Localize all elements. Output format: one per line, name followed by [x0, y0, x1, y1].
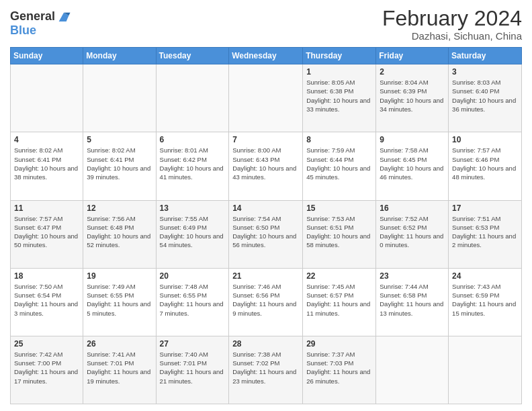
week-row-2: 11Sunrise: 7:57 AM Sunset: 6:47 PM Dayli… [11, 200, 522, 268]
week-row-0: 1Sunrise: 8:05 AM Sunset: 6:38 PM Daylig… [11, 64, 522, 132]
day-info: Sunrise: 8:00 AM Sunset: 6:43 PM Dayligh… [232, 146, 299, 181]
calendar-cell [11, 64, 83, 132]
calendar-cell: 18Sunrise: 7:50 AM Sunset: 6:54 PM Dayli… [11, 268, 83, 336]
title-block: February 2024 Dazhasi, Sichuan, China [382, 7, 522, 42]
calendar-table: SundayMondayTuesdayWednesdayThursdayFrid… [10, 47, 522, 404]
weekday-header-sunday: Sunday [11, 48, 83, 64]
day-info: Sunrise: 7:45 AM Sunset: 6:57 PM Dayligh… [306, 282, 372, 318]
day-number: 13 [160, 203, 226, 213]
day-info: Sunrise: 7:50 AM Sunset: 6:54 PM Dayligh… [14, 282, 79, 318]
day-info: Sunrise: 7:46 AM Sunset: 6:56 PM Dayligh… [232, 282, 299, 318]
weekday-header-saturday: Saturday [449, 48, 522, 64]
day-info: Sunrise: 7:56 AM Sunset: 6:48 PM Dayligh… [87, 214, 152, 250]
day-info: Sunrise: 7:54 AM Sunset: 6:50 PM Dayligh… [232, 214, 299, 250]
week-row-1: 4Sunrise: 8:02 AM Sunset: 6:41 PM Daylig… [11, 132, 522, 200]
day-number: 23 [380, 271, 445, 281]
day-info: Sunrise: 7:52 AM Sunset: 6:52 PM Dayligh… [380, 214, 445, 250]
day-info: Sunrise: 7:57 AM Sunset: 6:46 PM Dayligh… [452, 146, 518, 181]
calendar-body: 1Sunrise: 8:05 AM Sunset: 6:38 PM Daylig… [11, 64, 522, 404]
week-row-3: 18Sunrise: 7:50 AM Sunset: 6:54 PM Dayli… [11, 268, 522, 336]
logo-blue-text: Blue [10, 24, 71, 38]
day-info: Sunrise: 8:04 AM Sunset: 6:39 PM Dayligh… [380, 78, 445, 113]
calendar-cell: 17Sunrise: 7:51 AM Sunset: 6:53 PM Dayli… [449, 200, 522, 268]
day-number: 6 [160, 135, 226, 144]
day-info: Sunrise: 7:42 AM Sunset: 7:00 PM Dayligh… [14, 350, 79, 385]
calendar-cell: 2Sunrise: 8:04 AM Sunset: 6:39 PM Daylig… [376, 64, 449, 132]
calendar-cell: 28Sunrise: 7:38 AM Sunset: 7:02 PM Dayli… [229, 336, 303, 404]
day-number: 19 [87, 271, 152, 281]
day-info: Sunrise: 7:51 AM Sunset: 6:53 PM Dayligh… [452, 214, 518, 250]
header: General Blue February 2024 Dazhasi, Sich… [10, 7, 522, 42]
calendar-cell: 23Sunrise: 7:44 AM Sunset: 6:58 PM Dayli… [376, 268, 449, 336]
weekday-header-wednesday: Wednesday [229, 48, 303, 64]
calendar-cell: 3Sunrise: 8:03 AM Sunset: 6:40 PM Daylig… [449, 64, 522, 132]
day-info: Sunrise: 8:02 AM Sunset: 6:41 PM Dayligh… [14, 146, 79, 181]
main-title: February 2024 [382, 7, 522, 30]
logo-icon [56, 9, 71, 24]
day-info: Sunrise: 7:41 AM Sunset: 7:01 PM Dayligh… [87, 350, 152, 385]
day-number: 10 [452, 135, 518, 144]
calendar-cell: 6Sunrise: 8:01 AM Sunset: 6:42 PM Daylig… [156, 132, 229, 200]
day-number: 22 [306, 271, 372, 281]
calendar-cell [229, 64, 303, 132]
day-info: Sunrise: 7:57 AM Sunset: 6:47 PM Dayligh… [14, 214, 79, 250]
day-info: Sunrise: 7:49 AM Sunset: 6:55 PM Dayligh… [87, 282, 152, 318]
calendar-cell: 13Sunrise: 7:55 AM Sunset: 6:49 PM Dayli… [156, 200, 229, 268]
day-info: Sunrise: 8:01 AM Sunset: 6:42 PM Dayligh… [160, 146, 226, 181]
calendar-cell: 8Sunrise: 7:59 AM Sunset: 6:44 PM Daylig… [303, 132, 376, 200]
day-number: 9 [380, 135, 445, 144]
day-number: 18 [14, 271, 79, 281]
calendar-cell: 27Sunrise: 7:40 AM Sunset: 7:01 PM Dayli… [156, 336, 229, 404]
day-info: Sunrise: 7:53 AM Sunset: 6:51 PM Dayligh… [306, 214, 372, 250]
weekday-header-friday: Friday [376, 48, 449, 64]
day-number: 28 [232, 339, 299, 349]
day-info: Sunrise: 7:43 AM Sunset: 6:59 PM Dayligh… [452, 282, 518, 318]
calendar-cell: 29Sunrise: 7:37 AM Sunset: 7:03 PM Dayli… [303, 336, 376, 404]
calendar-cell [376, 336, 449, 404]
day-info: Sunrise: 8:02 AM Sunset: 6:41 PM Dayligh… [87, 146, 152, 181]
day-number: 8 [306, 135, 372, 144]
day-info: Sunrise: 7:40 AM Sunset: 7:01 PM Dayligh… [160, 350, 226, 385]
day-info: Sunrise: 7:58 AM Sunset: 6:45 PM Dayligh… [380, 146, 445, 181]
day-number: 26 [87, 339, 152, 349]
day-info: Sunrise: 7:55 AM Sunset: 6:49 PM Dayligh… [160, 214, 226, 250]
page: General Blue February 2024 Dazhasi, Sich… [0, 0, 532, 411]
day-number: 21 [232, 271, 299, 281]
day-number: 27 [160, 339, 226, 349]
calendar-header-row: SundayMondayTuesdayWednesdayThursdayFrid… [11, 48, 522, 64]
calendar-cell: 4Sunrise: 8:02 AM Sunset: 6:41 PM Daylig… [11, 132, 83, 200]
day-number: 15 [306, 203, 372, 213]
weekday-header-tuesday: Tuesday [156, 48, 229, 64]
calendar-cell: 9Sunrise: 7:58 AM Sunset: 6:45 PM Daylig… [376, 132, 449, 200]
day-number: 25 [14, 339, 79, 349]
calendar-cell: 24Sunrise: 7:43 AM Sunset: 6:59 PM Dayli… [449, 268, 522, 336]
calendar-cell: 22Sunrise: 7:45 AM Sunset: 6:57 PM Dayli… [303, 268, 376, 336]
day-info: Sunrise: 7:38 AM Sunset: 7:02 PM Dayligh… [232, 350, 299, 385]
day-number: 4 [14, 135, 79, 144]
calendar-cell: 26Sunrise: 7:41 AM Sunset: 7:01 PM Dayli… [83, 336, 156, 404]
day-number: 7 [232, 135, 299, 144]
day-number: 20 [160, 271, 226, 281]
calendar-cell: 25Sunrise: 7:42 AM Sunset: 7:00 PM Dayli… [11, 336, 83, 404]
day-number: 14 [232, 203, 299, 213]
day-number: 11 [14, 203, 79, 213]
day-number: 3 [452, 67, 518, 77]
calendar-cell [83, 64, 156, 132]
calendar-cell [156, 64, 229, 132]
weekday-header-monday: Monday [83, 48, 156, 64]
calendar-cell: 15Sunrise: 7:53 AM Sunset: 6:51 PM Dayli… [303, 200, 376, 268]
calendar-cell: 7Sunrise: 8:00 AM Sunset: 6:43 PM Daylig… [229, 132, 303, 200]
weekday-header-thursday: Thursday [303, 48, 376, 64]
calendar-cell [449, 336, 522, 404]
week-row-4: 25Sunrise: 7:42 AM Sunset: 7:00 PM Dayli… [11, 336, 522, 404]
day-info: Sunrise: 7:48 AM Sunset: 6:55 PM Dayligh… [160, 282, 226, 318]
day-number: 1 [306, 67, 372, 77]
day-number: 16 [380, 203, 445, 213]
day-number: 29 [306, 339, 372, 349]
day-number: 17 [452, 203, 518, 213]
calendar-cell: 14Sunrise: 7:54 AM Sunset: 6:50 PM Dayli… [229, 200, 303, 268]
day-number: 12 [87, 203, 152, 213]
day-info: Sunrise: 8:05 AM Sunset: 6:38 PM Dayligh… [306, 78, 372, 113]
day-number: 5 [87, 135, 152, 144]
logo-text: General [10, 10, 55, 24]
